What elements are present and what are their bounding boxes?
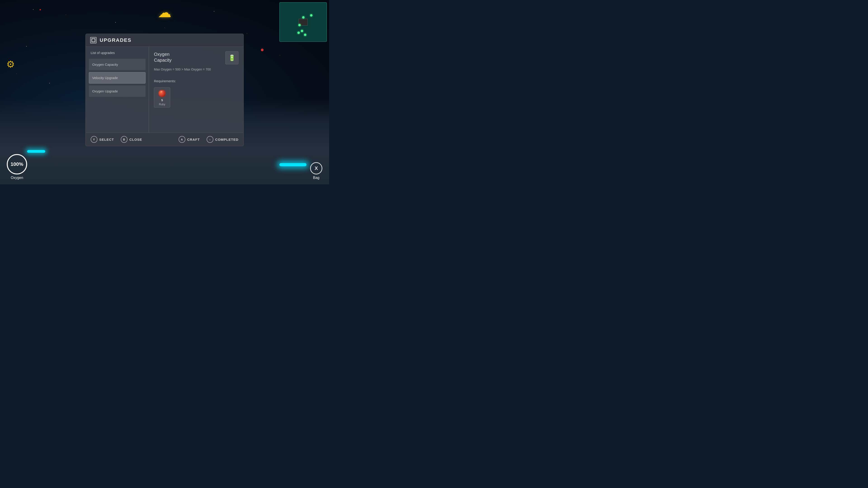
minimap-dot [298, 24, 301, 26]
select-button[interactable]: Y SELECT [91, 136, 114, 143]
star [214, 11, 214, 11]
cyan-glow-right [279, 163, 307, 166]
star [33, 9, 33, 10]
star [115, 22, 116, 23]
cloud-icon: ☁ [158, 4, 171, 20]
oxygen-indicator: 100% Oxygen [7, 154, 27, 180]
minimap [279, 2, 327, 42]
minimap-dot [304, 34, 306, 36]
oxygen-label: Oxygen [11, 176, 23, 180]
craft-key: A [179, 136, 185, 143]
minimap-content [280, 3, 327, 41]
upgrades-header-icon [90, 37, 96, 43]
minimap-dot [301, 30, 303, 32]
dialog-body: List of upgrades Oxygen Capacity Velocit… [86, 47, 243, 133]
upgrade-item-oxygen-capacity[interactable]: Oxygen Capacity [89, 59, 146, 70]
upgrades-dialog: UPGRADES List of upgrades Oxygen Capacit… [86, 34, 244, 146]
gear-icon[interactable]: ⚙ [6, 59, 15, 70]
list-header: List of upgrades [89, 50, 146, 56]
close-button[interactable]: B CLOSE [121, 136, 142, 143]
dialog-title: UPGRADES [100, 37, 131, 43]
bag-label: Bag [313, 176, 319, 180]
star [26, 46, 27, 46]
ruby-label: Ruby [159, 103, 165, 106]
close-key: B [121, 136, 127, 143]
craft-label: CRAFT [187, 138, 200, 141]
completed-key: ○ [207, 136, 213, 143]
bag-indicator[interactable]: X Bag [310, 162, 322, 180]
select-label: SELECT [99, 138, 114, 141]
upgrades-list-panel: List of upgrades Oxygen Capacity Velocit… [86, 47, 149, 133]
space-object-red-small [39, 9, 41, 10]
requirement-item-ruby: 5 Ruby [154, 88, 170, 107]
upgrade-description: Max Oxygen = 500 > Max Oxygen = 700 [154, 67, 239, 72]
oxygen-circle: 100% [7, 154, 27, 174]
svg-rect-0 [92, 38, 95, 42]
upgrade-icon: 🔋 [225, 51, 239, 64]
dialog-header: UPGRADES [86, 34, 243, 47]
close-label: CLOSE [129, 138, 142, 141]
star [49, 83, 50, 84]
craft-button[interactable]: A CRAFT [179, 136, 200, 143]
cyan-glow-left [27, 150, 45, 153]
upgrade-item-velocity-upgrade[interactable]: Velocity Upgrade [89, 72, 146, 84]
upgrade-name: OxygenCapacity [154, 51, 225, 63]
oxygen-percent: 100% [11, 161, 23, 167]
upgrade-detail-panel: OxygenCapacity 🔋 Max Oxygen = 500 > Max … [149, 47, 243, 133]
requirements-label: Requirements: [154, 79, 239, 83]
ruby-icon [158, 90, 166, 98]
star [280, 55, 280, 56]
upgrade-item-oxygen-upgrade[interactable]: Oxygen Upgrade [89, 86, 146, 97]
minimap-dot [298, 32, 300, 34]
dialog-footer: Y SELECT B CLOSE A CRAFT ○ COMPLETED [86, 133, 243, 146]
minimap-dot [310, 14, 312, 17]
detail-top: OxygenCapacity 🔋 [154, 51, 239, 64]
star [164, 28, 165, 28]
requirements-grid: 5 Ruby [154, 88, 239, 107]
minimap-dot [302, 16, 305, 19]
completed-label: COMPLETED [215, 138, 239, 141]
ruby-count: 5 [161, 98, 163, 102]
select-key: Y [91, 136, 97, 143]
space-object-red [261, 48, 264, 51]
ruby-gem [159, 90, 165, 97]
bag-button[interactable]: X [310, 162, 322, 174]
completed-button[interactable]: ○ COMPLETED [207, 136, 239, 143]
